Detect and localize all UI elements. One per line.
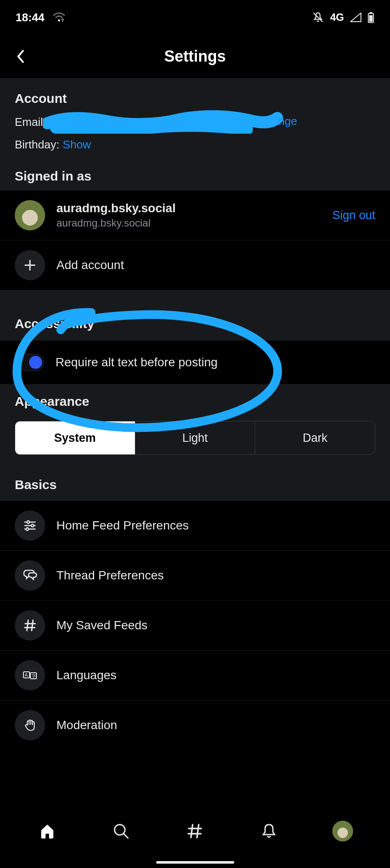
account-title: Account	[15, 91, 375, 106]
basics-item-label: Thread Preferences	[56, 569, 164, 582]
svg-point-9	[27, 521, 29, 523]
wifi-icon: ?	[52, 12, 66, 23]
nav-search[interactable]	[108, 818, 134, 844]
home-icon	[39, 822, 56, 840]
add-account-label: Add account	[56, 258, 124, 272]
svg-rect-4	[369, 15, 373, 22]
mute-icon	[312, 11, 324, 23]
email-change-peek[interactable]: nge	[279, 115, 297, 128]
basics-saved-feeds-row[interactable]: My Saved Feeds	[0, 601, 390, 651]
status-bar: 18:44 ? 4G	[0, 0, 390, 35]
email-redaction: nge	[46, 114, 272, 130]
svg-text:字: 字	[32, 674, 36, 678]
page-title: Settings	[164, 47, 226, 66]
birthday-show-link[interactable]: Show	[63, 138, 91, 151]
add-account-row[interactable]: Add account	[0, 240, 390, 290]
account-display-name: auradmg.bsky.social	[56, 201, 176, 215]
network-label: 4G	[330, 11, 344, 23]
nav-profile[interactable]	[330, 818, 356, 844]
email-row: Email nge	[15, 114, 375, 130]
back-button[interactable]	[11, 47, 30, 66]
appearance-option-dark[interactable]: Dark	[255, 421, 375, 454]
svg-text:A: A	[25, 673, 28, 677]
basics-thread-row[interactable]: Thread Preferences	[0, 551, 390, 601]
basics-item-label: My Saved Feeds	[56, 618, 147, 632]
basics-title: Basics	[15, 477, 375, 492]
appearance-option-system[interactable]: System	[15, 421, 135, 454]
home-indicator	[156, 861, 234, 864]
status-time: 18:44	[16, 11, 45, 24]
svg-point-13	[26, 528, 29, 530]
signed-in-section: Signed in as	[0, 159, 390, 191]
svg-point-11	[31, 524, 34, 527]
app-header: Settings	[0, 35, 390, 78]
alt-text-label: Require alt text before posting	[56, 355, 218, 369]
basics-section: Basics	[0, 468, 390, 501]
svg-line-15	[32, 620, 33, 631]
bottom-nav	[0, 807, 390, 868]
svg-line-14	[27, 620, 28, 631]
appearance-section: Appearance	[0, 385, 390, 411]
bell-icon	[260, 822, 278, 840]
svg-rect-5	[370, 12, 372, 13]
appearance-segmented-wrap: System Light Dark	[0, 411, 390, 468]
accessibility-title: Accessibility	[15, 316, 375, 331]
basics-item-label: Languages	[56, 668, 117, 682]
basics-languages-row[interactable]: A 字 Languages	[0, 651, 390, 700]
signed-in-account-row[interactable]: auradmg.bsky.social auradmg.bsky.social …	[0, 191, 390, 240]
birthday-label: Birthday:	[15, 138, 59, 151]
appearance-segmented: System Light Dark	[15, 421, 375, 455]
svg-point-0	[58, 20, 60, 22]
birthday-row: Birthday: Show	[15, 138, 375, 151]
appearance-option-light[interactable]: Light	[135, 421, 256, 454]
chat-icon	[15, 560, 45, 591]
hand-icon	[15, 710, 45, 740]
hash-icon	[15, 610, 45, 641]
basics-home-feed-row[interactable]: Home Feed Preferences	[0, 501, 390, 551]
basics-item-label: Home Feed Preferences	[56, 519, 189, 533]
sign-out-link[interactable]: Sign out	[332, 209, 375, 222]
signed-in-title: Signed in as	[15, 169, 375, 184]
svg-line-24	[191, 825, 193, 838]
appearance-title: Appearance	[15, 394, 375, 409]
plus-icon	[15, 250, 45, 280]
hash-icon	[186, 822, 203, 840]
alt-text-toggle[interactable]	[15, 354, 44, 371]
nav-home[interactable]	[34, 818, 60, 844]
chevron-left-icon	[16, 49, 25, 63]
svg-line-2	[313, 13, 322, 22]
email-label: Email	[15, 115, 43, 129]
signal-icon	[350, 13, 361, 22]
account-section: Account Email nge Birthday: Show	[0, 78, 390, 159]
nav-feeds[interactable]	[182, 818, 208, 844]
basics-moderation-row[interactable]: Moderation	[0, 700, 390, 750]
sliders-icon	[15, 510, 45, 541]
avatar-icon	[332, 821, 353, 842]
account-handle: auradmg.bsky.social	[56, 217, 176, 229]
search-icon	[112, 822, 130, 840]
basics-item-label: Moderation	[56, 718, 117, 732]
require-alt-text-row[interactable]: Require alt text before posting	[0, 341, 390, 385]
svg-line-23	[124, 834, 128, 838]
svg-line-25	[197, 825, 199, 838]
avatar	[15, 200, 45, 230]
translate-icon: A 字	[15, 660, 45, 690]
accessibility-section: Accessibility	[0, 290, 390, 341]
battery-icon	[367, 12, 374, 23]
nav-notifications[interactable]	[256, 818, 282, 844]
svg-text:?: ?	[61, 18, 64, 23]
